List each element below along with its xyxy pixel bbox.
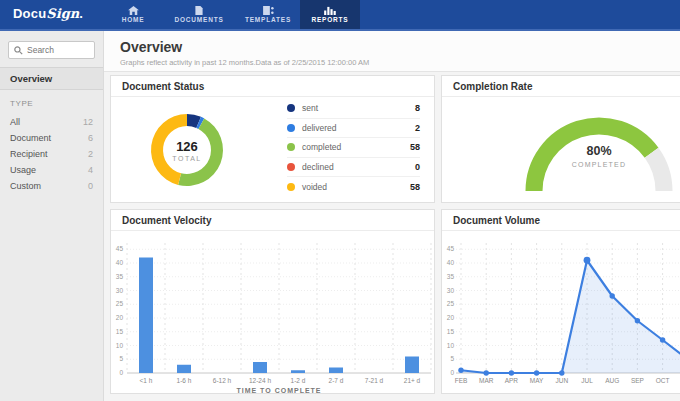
legend-value: 0: [415, 162, 420, 172]
svg-text:25: 25: [447, 300, 455, 307]
svg-text:12-24 h: 12-24 h: [249, 377, 271, 384]
sidebar-item-count: 4: [88, 165, 93, 175]
svg-text:2-7 d: 2-7 d: [329, 377, 344, 384]
svg-text:FEB: FEB: [455, 377, 468, 384]
legend-row-sent: sent8: [287, 99, 420, 119]
legend-value: 58: [410, 142, 420, 152]
nav-item-label: REPORTS: [311, 16, 348, 23]
svg-text:5: 5: [450, 355, 454, 362]
completion-rate-gauge-chart: [442, 97, 680, 203]
sidebar-type-list: All12Document6Recipient2Usage4Custom0: [0, 114, 103, 194]
legend-dot: [287, 183, 295, 191]
svg-text:MAR: MAR: [479, 377, 494, 384]
svg-text:7-21 d: 7-21 d: [365, 377, 384, 384]
svg-text:AUG: AUG: [605, 377, 619, 384]
svg-text:6-12 h: 6-12 h: [213, 377, 232, 384]
nav-item-templates[interactable]: TEMPLATES: [236, 0, 300, 29]
svg-text:5: 5: [119, 355, 123, 362]
document-volume-panel: Document Volume 051015202530354045FEBMAR…: [441, 209, 680, 394]
docusign-logo[interactable]: DocuSign.: [13, 6, 83, 21]
svg-text:15: 15: [116, 328, 124, 335]
legend-row-completed: completed58: [287, 138, 420, 158]
document-velocity-bar-chart: 051015202530354045<1 h1-6 h6-12 h12-24 h…: [111, 231, 434, 394]
page-title: Overview: [120, 39, 680, 55]
sidebar-item-count: 12: [83, 117, 93, 127]
svg-text:0: 0: [119, 369, 123, 376]
legend-label: completed: [302, 142, 403, 152]
sidebar-item-custom[interactable]: Custom0: [0, 178, 103, 194]
svg-text:30: 30: [116, 287, 124, 294]
svg-text:40: 40: [447, 259, 455, 266]
template-icon: [263, 6, 274, 15]
home-icon: [128, 6, 139, 15]
sidebar-item-count: 0: [88, 181, 93, 191]
document-status-donut-chart: [135, 98, 239, 202]
sidebar-item-overview[interactable]: Overview: [0, 67, 103, 90]
svg-text:15: 15: [447, 328, 455, 335]
sidebar-item-label: Custom: [10, 181, 41, 191]
search-icon: [14, 41, 23, 59]
svg-text:20: 20: [447, 314, 455, 321]
legend-row-delivered: delivered2: [287, 119, 420, 139]
legend-row-declined: declined0: [287, 158, 420, 178]
svg-text:OCT: OCT: [656, 377, 670, 384]
legend-dot: [287, 143, 295, 151]
svg-text:30: 30: [447, 287, 455, 294]
document-volume-title: Document Volume: [442, 210, 680, 231]
sidebar-item-count: 6: [88, 133, 93, 143]
document-status-panel: Document Status 126 TOTAL sent8delivered…: [110, 75, 435, 203]
legend-dot: [287, 124, 295, 132]
search-box: [8, 41, 95, 59]
legend-row-voided: voided58: [287, 177, 420, 197]
svg-text:45: 45: [116, 245, 124, 252]
svg-text:25: 25: [116, 300, 124, 307]
svg-text:0: 0: [450, 369, 454, 376]
brand-docu: Docu: [13, 6, 46, 21]
sidebar-item-usage[interactable]: Usage4: [0, 162, 103, 178]
legend-label: voided: [302, 182, 403, 192]
sidebar-item-label: Document: [10, 133, 51, 143]
sidebar-item-label: Usage: [10, 165, 36, 175]
legend-value: 8: [415, 103, 420, 113]
svg-text:10: 10: [116, 342, 124, 349]
sidebar-item-label: Recipient: [10, 149, 48, 159]
document-velocity-title: Document Velocity: [111, 210, 434, 231]
document-icon: [195, 6, 203, 15]
brand-sign: Sign: [46, 6, 79, 21]
reports-icon: [324, 6, 336, 15]
legend-label: declined: [302, 162, 408, 172]
nav-item-label: HOME: [122, 16, 145, 23]
page-subtitle: Graphs reflect activity in past 12 month…: [120, 58, 680, 67]
document-status-title: Document Status: [111, 76, 434, 97]
nav-item-documents[interactable]: DOCUMENTS: [162, 0, 236, 29]
nav-item-home[interactable]: HOME: [104, 0, 162, 29]
nav-items: HOME DOCUMENTS TEMPLATES REPORTS: [104, 0, 360, 29]
svg-text:45: 45: [447, 245, 455, 252]
page-header: Overview Graphs reflect activity in past…: [104, 31, 680, 72]
sidebar-type-header: TYPE: [0, 90, 103, 114]
status-legend: sent8delivered2completed58declined0voide…: [287, 99, 420, 197]
completion-rate-panel: Completion Rate 80% COMPLETED: [441, 75, 680, 203]
nav-item-label: DOCUMENTS: [174, 16, 223, 23]
svg-text:TIME TO COMPLETE: TIME TO COMPLETE: [236, 387, 321, 394]
svg-text:35: 35: [116, 273, 124, 280]
search-input[interactable]: [27, 45, 89, 55]
legend-dot: [287, 163, 295, 171]
svg-text:JUN: JUN: [555, 377, 568, 384]
completion-rate-title: Completion Rate: [442, 76, 680, 97]
legend-dot: [287, 104, 295, 112]
svg-text:40: 40: [116, 259, 124, 266]
svg-text:MAY: MAY: [530, 377, 544, 384]
nav-item-reports[interactable]: REPORTS: [300, 0, 360, 29]
sidebar-item-recipient[interactable]: Recipient2: [0, 146, 103, 162]
legend-value: 2: [415, 123, 420, 133]
svg-text:1-2 d: 1-2 d: [291, 377, 306, 384]
legend-label: delivered: [302, 123, 408, 133]
legend-value: 58: [410, 182, 420, 192]
sidebar-item-document[interactable]: Document6: [0, 130, 103, 146]
sidebar-item-label: All: [10, 117, 20, 127]
svg-text:20: 20: [116, 314, 124, 321]
svg-text:JUL: JUL: [581, 377, 593, 384]
brand-dot: .: [79, 6, 83, 21]
sidebar-item-all[interactable]: All12: [0, 114, 103, 130]
